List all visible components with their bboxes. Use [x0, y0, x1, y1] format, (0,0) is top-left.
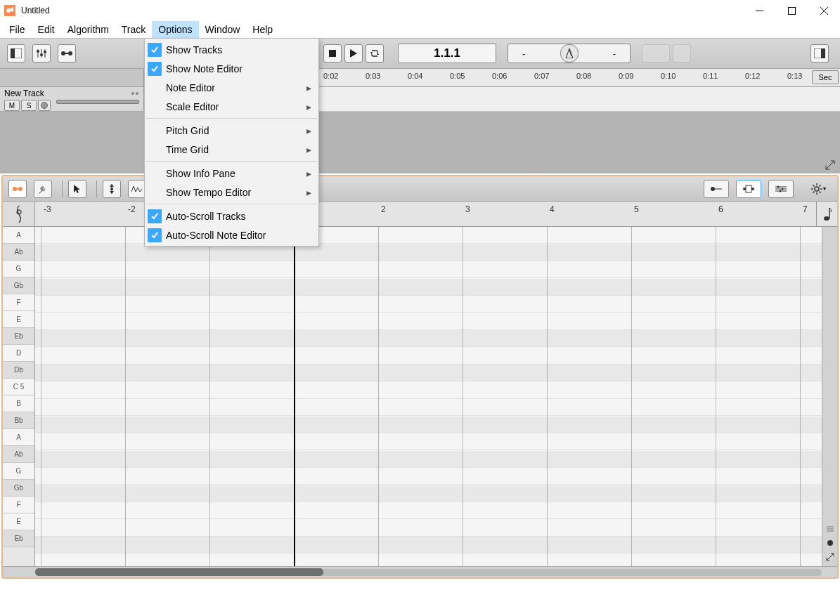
piano-key[interactable]: Eb: [3, 530, 34, 547]
note-editor-ruler[interactable]: -3-2-11234567: [3, 202, 837, 227]
piano-key[interactable]: B: [3, 395, 34, 412]
time-ruler[interactable]: 0:020:030:040:050:060:070:080:090:100:11…: [0, 69, 840, 87]
bar-number: 2: [381, 204, 386, 214]
record-arm-button[interactable]: [38, 100, 51, 111]
stop-button[interactable]: [323, 44, 342, 63]
menu-entry-show-note-editor[interactable]: Show Note Editor: [145, 59, 318, 78]
svg-point-26: [136, 92, 138, 95]
menu-entry-time-grid[interactable]: Time Grid▸: [145, 140, 318, 159]
piano-key[interactable]: Eb: [3, 328, 34, 345]
piano-key[interactable]: A: [3, 429, 34, 446]
gear-icon[interactable]: ▾: [809, 180, 827, 198]
resize-icon[interactable]: [825, 552, 835, 562]
menu-item-options[interactable]: Options: [152, 21, 198, 38]
close-button[interactable]: [808, 0, 840, 21]
svg-point-11: [37, 50, 39, 53]
right-panel-button[interactable]: [810, 44, 829, 63]
hscroll-thumb[interactable]: [35, 568, 323, 576]
piano-key-column[interactable]: AAbGGbFEEbDDbC 5BBbAAbGGbFEEb: [3, 227, 35, 566]
menu-entry-pitch-grid[interactable]: Pitch Grid▸: [145, 121, 318, 140]
playhead[interactable]: [294, 227, 295, 566]
nudge-right-button[interactable]: [673, 44, 691, 63]
grid-row: [35, 537, 822, 553]
piano-key[interactable]: G: [3, 463, 34, 480]
menu-entry-show-tracks[interactable]: Show Tracks: [145, 40, 318, 59]
time-tick: 0:05: [450, 72, 465, 80]
solo-button[interactable]: S: [21, 100, 37, 111]
piano-key[interactable]: Ab: [3, 244, 34, 261]
piano-key[interactable]: C 5: [3, 379, 34, 395]
volume-slider[interactable]: [56, 100, 139, 104]
menu-item-algorithm[interactable]: Algorithm: [61, 21, 115, 38]
bar-number: 6: [718, 204, 723, 214]
track-header[interactable]: New Track M S: [0, 87, 144, 112]
piano-key[interactable]: G: [3, 261, 34, 277]
menu-item-edit[interactable]: Edit: [32, 21, 61, 38]
piano-key[interactable]: Gb: [3, 277, 34, 294]
piano-key[interactable]: Ab: [3, 446, 34, 463]
svg-point-56: [815, 187, 819, 191]
loop-button[interactable]: [366, 44, 384, 63]
bar-number: 3: [465, 204, 470, 214]
tempo-display[interactable]: - -: [508, 44, 631, 63]
app-logo-icon: [4, 5, 15, 16]
grid-row: [35, 382, 822, 399]
pitch-tool-button[interactable]: [103, 180, 121, 198]
svg-point-55: [780, 190, 782, 192]
piano-key[interactable]: A: [3, 227, 34, 244]
view-mode-1-button[interactable]: [704, 180, 729, 198]
menu-entry-show-tempo-editor[interactable]: Show Tempo Editor▸: [145, 183, 318, 202]
horizontal-scrollbar[interactable]: [3, 566, 837, 577]
wrench-button[interactable]: [34, 180, 52, 198]
nudge-left-button[interactable]: [642, 44, 670, 63]
minimize-button[interactable]: [743, 0, 775, 21]
menu-entry-label: Show Tempo Editor: [166, 187, 251, 198]
position-display[interactable]: 1.1.1: [398, 44, 496, 63]
menu-entry-show-info-pane[interactable]: Show Info Pane▸: [145, 164, 318, 183]
piano-key[interactable]: E: [3, 513, 34, 530]
pointer-tool-button[interactable]: [68, 180, 86, 198]
link-button[interactable]: [58, 44, 76, 63]
time-tick: 0:12: [745, 72, 760, 80]
note-grid[interactable]: [35, 227, 822, 566]
main-toolbar: 1.1.1 - -: [0, 38, 840, 69]
time-unit-button[interactable]: Sec: [812, 70, 839, 84]
tracks-resize-icon[interactable]: [825, 159, 836, 171]
menu-item-help[interactable]: Help: [246, 21, 279, 38]
track-settings-icon[interactable]: [131, 90, 139, 97]
menu-item-window[interactable]: Window: [199, 21, 247, 38]
scroll-pin-icon[interactable]: [827, 539, 834, 546]
view-mode-2-button[interactable]: [736, 180, 761, 198]
piano-key[interactable]: E: [3, 311, 34, 328]
menu-entry-auto-scroll-tracks[interactable]: Auto-Scroll Tracks: [145, 207, 318, 225]
bar-number: 7: [803, 204, 808, 214]
vzoom-icon[interactable]: [825, 524, 835, 534]
menu-entry-note-editor[interactable]: Note Editor▸: [145, 78, 318, 97]
menu-entry-label: Show Note Editor: [166, 63, 243, 74]
menu-item-file[interactable]: File: [3, 21, 32, 38]
piano-key[interactable]: F: [3, 294, 34, 311]
chevron-right-icon: ▸: [306, 125, 311, 136]
mixer-toggle-button[interactable]: [32, 44, 51, 63]
panel-toggle-button[interactable]: [7, 44, 25, 63]
grid-row: [35, 520, 822, 537]
piano-key[interactable]: D: [3, 345, 34, 362]
menu-item-track[interactable]: Track: [115, 21, 152, 38]
svg-rect-47: [746, 185, 751, 192]
play-button[interactable]: [344, 44, 363, 63]
piano-key[interactable]: Db: [3, 362, 34, 379]
note-value-button[interactable]: [816, 202, 837, 226]
menu-entry-auto-scroll-note-editor[interactable]: Auto-Scroll Note Editor: [145, 225, 318, 244]
clef-icon[interactable]: [3, 202, 35, 226]
check-icon: [148, 209, 162, 223]
menu-entry-scale-editor[interactable]: Scale Editor▸: [145, 97, 318, 116]
view-mode-3-button[interactable]: [768, 180, 794, 198]
piano-key[interactable]: Gb: [3, 480, 34, 497]
note-link-button[interactable]: [8, 180, 27, 198]
vertical-scrollbar[interactable]: [822, 227, 837, 566]
maximize-button[interactable]: [775, 0, 808, 21]
piano-key[interactable]: F: [3, 497, 34, 513]
mute-button[interactable]: M: [4, 100, 20, 111]
piano-key[interactable]: Bb: [3, 412, 34, 429]
metronome-icon[interactable]: [560, 44, 579, 63]
